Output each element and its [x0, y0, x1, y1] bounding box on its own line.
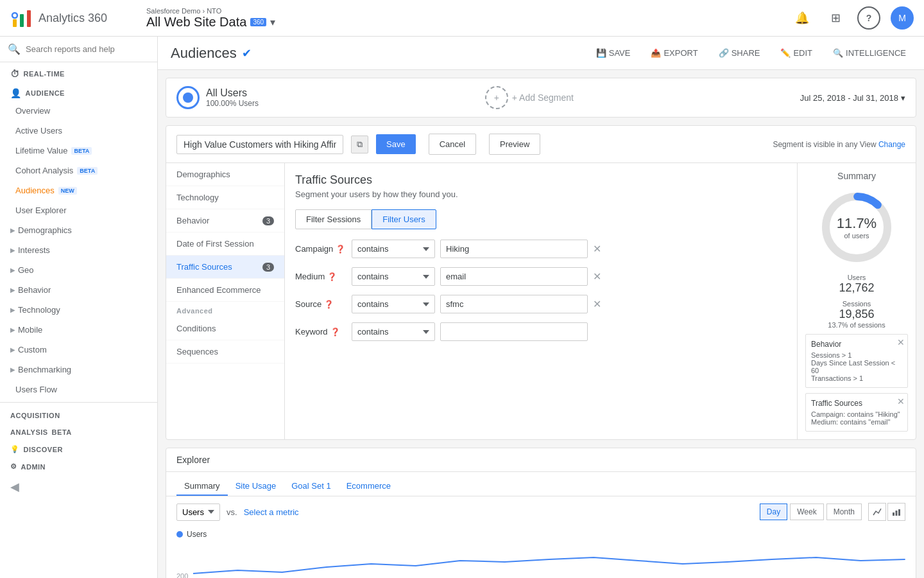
filter-users-tab[interactable]: Filter Users: [372, 209, 436, 229]
campaign-operator-select[interactable]: contains does not contain exactly matche…: [352, 240, 435, 258]
behavior-item-3: Transactions > 1: [811, 374, 902, 382]
sidebar-expandable-behavior[interactable]: ▶ Behavior: [0, 280, 157, 300]
sidebar-expandable-geo[interactable]: ▶ Geo: [0, 260, 157, 280]
sidebar-section-realtime[interactable]: ⏱ REAL-TIME: [0, 62, 157, 82]
filter-row-keyword: Keyword ❓ contains does not contain: [295, 322, 787, 341]
medium-remove-icon[interactable]: ✕: [593, 270, 601, 283]
sidebar-item-cohort-analysis[interactable]: Cohort Analysis BETA: [0, 161, 157, 180]
segment-preview-button[interactable]: Preview: [489, 134, 540, 155]
chevron-right-icon: ▶: [10, 286, 15, 293]
behavior-close-icon[interactable]: ✕: [897, 337, 905, 347]
summary-sessions-count: 19,856: [805, 308, 908, 321]
segment-cancel-button[interactable]: Cancel: [429, 134, 476, 155]
filter-row-source: Source ❓ contains does not contain ✕: [295, 295, 787, 313]
traffic-close-icon[interactable]: ✕: [897, 396, 905, 407]
add-segment-button[interactable]: + + Add Segment: [485, 86, 574, 109]
search-input[interactable]: [26, 44, 150, 54]
sidebar-expandable-benchmarking[interactable]: ▶ Benchmarking: [0, 360, 157, 380]
medium-help-icon[interactable]: ❓: [327, 272, 337, 281]
keyword-operator-select[interactable]: contains does not contain: [352, 322, 435, 341]
sidebar-expandable-interests[interactable]: ▶ Interests: [0, 240, 157, 260]
campaign-value-input[interactable]: [440, 240, 588, 258]
keyword-value-input[interactable]: [440, 322, 588, 341]
line-chart-button[interactable]: [868, 503, 886, 521]
sidebar-section-discover[interactable]: 💡 DISCOVER: [0, 439, 157, 456]
sidebar-section-audience[interactable]: 👤 AUDIENCE: [0, 82, 157, 101]
avatar[interactable]: M: [891, 6, 914, 30]
summary-behavior-card: ✕ Behavior Sessions > 1 Days Since Last …: [805, 334, 908, 388]
keyword-label: Keyword ❓: [295, 327, 346, 337]
chart-area: 200: [166, 541, 916, 578]
export-button[interactable]: 📤 EXPORT: [646, 44, 703, 62]
sidebar-item-active-users[interactable]: Active Users: [0, 121, 157, 141]
editor-header: ⧉ Save Cancel Preview Segment is visible…: [166, 126, 916, 163]
notification-icon[interactable]: 🔔: [791, 6, 814, 30]
segment-name-input[interactable]: [176, 135, 343, 154]
tab-goal-set-1[interactable]: Goal Set 1: [284, 477, 338, 496]
intelligence-button[interactable]: 🔍 INTELLIGENCE: [828, 44, 911, 62]
sidebar-section-admin[interactable]: ⚙ ADMIN: [0, 456, 157, 473]
left-panel-item-demographics[interactable]: Demographics: [166, 163, 284, 186]
sidebar-section-analysis[interactable]: ANALYSIS BETA: [0, 422, 157, 439]
traffic-sources-count-badge: 3: [262, 263, 274, 272]
sidebar-section-acquisition[interactable]: ACQUISITION: [0, 405, 157, 422]
segment-circle: [176, 86, 200, 109]
left-panel-item-enhanced-ecommerce[interactable]: Enhanced Ecommerce: [166, 279, 284, 302]
tab-summary[interactable]: Summary: [176, 477, 228, 496]
cohort-analysis-badge: BETA: [77, 167, 98, 175]
sidebar-expandable-technology[interactable]: ▶ Technology: [0, 300, 157, 320]
day-view-button[interactable]: Day: [760, 504, 787, 520]
date-range-selector[interactable]: Jul 25, 2018 - Jul 31, 2018 ▾: [800, 93, 905, 103]
edit-button[interactable]: ✏️ EDIT: [775, 44, 817, 62]
grid-icon[interactable]: ⊞: [824, 6, 847, 30]
medium-value-input[interactable]: [440, 267, 588, 286]
copy-segment-button[interactable]: ⧉: [351, 136, 368, 153]
left-panel-item-sequences[interactable]: Sequences: [166, 340, 284, 363]
site-badge: 360: [250, 18, 266, 26]
sidebar-expandable-mobile[interactable]: ▶ Mobile: [0, 320, 157, 340]
left-panel-item-traffic-sources[interactable]: Traffic Sources 3: [166, 256, 284, 279]
chevron-down-icon[interactable]: ▾: [270, 16, 275, 28]
campaign-help-icon[interactable]: ❓: [336, 245, 345, 254]
metric-select[interactable]: Users: [176, 504, 220, 521]
sidebar-expandable-custom[interactable]: ▶ Custom: [0, 340, 157, 360]
svg-rect-2: [27, 10, 31, 27]
medium-operator-select[interactable]: contains does not contain: [352, 267, 435, 286]
filter-sessions-tab[interactable]: Filter Sessions: [295, 209, 372, 229]
source-operator-select[interactable]: contains does not contain: [352, 295, 435, 313]
sidebar-expandable-demographics[interactable]: ▶ Demographics: [0, 220, 157, 240]
week-view-button[interactable]: Week: [790, 504, 823, 520]
sidebar: 🔍 ⏱ REAL-TIME 👤 AUDIENCE Overview Active…: [0, 37, 158, 578]
explorer-section: Explorer Summary Site Usage Goal Set 1 E…: [166, 448, 916, 578]
share-button[interactable]: 🔗 SHARE: [714, 44, 766, 62]
keyword-help-icon[interactable]: ❓: [330, 328, 340, 337]
edit-icon: ✏️: [780, 48, 791, 58]
change-link[interactable]: Change: [878, 140, 905, 149]
left-panel-item-technology[interactable]: Technology: [166, 186, 284, 209]
sidebar-item-lifetime-value[interactable]: Lifetime Value BETA: [0, 141, 157, 161]
select-metric-link[interactable]: Select a metric: [244, 507, 299, 517]
help-icon[interactable]: ?: [857, 6, 880, 30]
source-label: Source ❓: [295, 299, 346, 309]
source-help-icon[interactable]: ❓: [324, 300, 334, 309]
chevron-right-icon: ▶: [10, 366, 15, 373]
left-panel-item-conditions[interactable]: Conditions: [166, 317, 284, 340]
medium-label: Medium ❓: [295, 272, 346, 281]
main-layout: 🔍 ⏱ REAL-TIME 👤 AUDIENCE Overview Active…: [0, 37, 924, 578]
sidebar-item-audiences[interactable]: Audiences NEW: [0, 180, 157, 200]
bar-chart-button[interactable]: [887, 503, 905, 521]
tab-ecommerce[interactable]: Ecommerce: [339, 477, 398, 496]
save-button[interactable]: 💾 SAVE: [591, 44, 636, 62]
source-remove-icon[interactable]: ✕: [593, 298, 601, 310]
month-view-button[interactable]: Month: [826, 504, 862, 520]
sidebar-collapse-btn[interactable]: ◀: [0, 473, 157, 500]
tab-site-usage[interactable]: Site Usage: [228, 477, 284, 496]
sidebar-item-user-explorer[interactable]: User Explorer: [0, 200, 157, 220]
sidebar-item-overview[interactable]: Overview: [0, 101, 157, 121]
segment-save-button[interactable]: Save: [376, 134, 416, 154]
campaign-remove-icon[interactable]: ✕: [593, 243, 601, 255]
left-panel-item-date-of-first-session[interactable]: Date of First Session: [166, 232, 284, 256]
sidebar-item-users-flow[interactable]: Users Flow: [0, 380, 157, 399]
source-value-input[interactable]: [440, 295, 588, 313]
left-panel-item-behavior[interactable]: Behavior 3: [166, 209, 284, 232]
